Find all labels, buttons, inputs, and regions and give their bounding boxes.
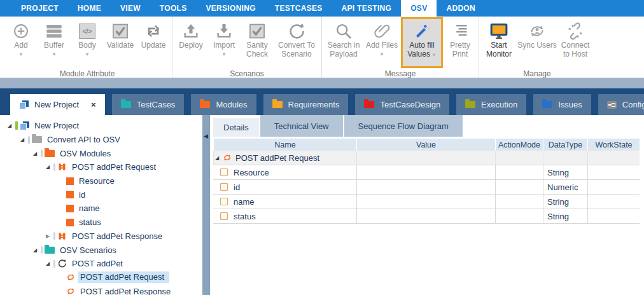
buffer-button[interactable]: Buffer ▼ [38, 20, 71, 68]
value-cell[interactable] [356, 180, 495, 194]
chevron-down-icon[interactable]: ▼ [221, 52, 227, 57]
column-header-value[interactable]: Value [356, 139, 495, 151]
expander-icon[interactable]: ◢ [20, 137, 28, 142]
pretty-print-button[interactable]: Pretty Print [444, 20, 477, 68]
tree-item-status[interactable]: status [6, 216, 202, 230]
orange-square-icon [66, 205, 74, 212]
menu-project[interactable]: PROJECT [11, 0, 68, 17]
import-button[interactable]: Import ▼ [207, 20, 241, 68]
chevron-down-icon[interactable]: ▼ [379, 52, 384, 57]
menu-home[interactable]: HOME [68, 0, 111, 17]
tree-item-id[interactable]: id [6, 188, 202, 202]
table-row[interactable]: name String [213, 195, 640, 209]
column-header-workstate[interactable]: WorkState [587, 139, 640, 151]
workstate-cell[interactable] [587, 209, 640, 223]
sync-users-button[interactable]: Sync Users [517, 20, 557, 68]
close-icon[interactable]: × [91, 100, 96, 109]
row-checkbox[interactable] [220, 168, 228, 176]
tab-configurations[interactable]: Configurations [598, 94, 644, 115]
convert-to-scenario-button[interactable]: Convert To Scenario [274, 20, 319, 68]
expander-icon[interactable]: ▶ [46, 233, 53, 239]
menu-osv[interactable]: OSV [401, 0, 437, 17]
search-in-payload-button[interactable]: Search in Payload [324, 20, 363, 68]
expander-icon[interactable]: ◢ [46, 164, 53, 170]
tree-item-post-addpet[interactable]: ◢ POST addPet [6, 257, 202, 271]
orange-square-icon [66, 191, 74, 198]
connect-to-host-button[interactable]: Connect to Host [557, 20, 593, 68]
tree-item-osv-modules[interactable]: ◢ OSV Modules [6, 146, 202, 160]
update-button[interactable]: Update [137, 20, 170, 68]
datatype-cell[interactable]: String [543, 165, 587, 179]
row-checkbox[interactable] [220, 212, 228, 220]
table-row[interactable]: id Numeric [213, 180, 640, 195]
sanity-check-icon [248, 21, 266, 41]
add-button[interactable]: Add ▼ [4, 20, 38, 68]
datatype-cell[interactable]: Numeric [543, 180, 587, 194]
actionmode-cell[interactable] [495, 195, 543, 209]
tab-new-project[interactable]: New Project × [10, 94, 105, 115]
tree-item-resource[interactable]: Resource [6, 174, 202, 188]
value-cell[interactable] [356, 165, 495, 179]
workstate-cell[interactable] [587, 180, 640, 194]
validate-button[interactable]: Validate [104, 20, 137, 68]
menu-view[interactable]: VIEW [111, 0, 150, 17]
tree-splitter[interactable]: ◀ [202, 115, 210, 295]
table-row[interactable]: Resource String [213, 165, 640, 180]
tab-details[interactable]: Details [213, 118, 259, 137]
value-cell[interactable] [356, 209, 495, 223]
chevron-down-icon[interactable]: ▼ [18, 52, 24, 57]
expander-icon[interactable]: ◢ [215, 155, 223, 161]
tree-item-post-addpet-response-scenario[interactable]: POST addPet Response [6, 284, 202, 295]
menu-api-testing[interactable]: API TESTING [332, 0, 402, 17]
tree-item-new-project[interactable]: ◢ New Project [6, 119, 202, 133]
actionmode-cell[interactable] [495, 165, 543, 179]
tree-item-osv-scenarios[interactable]: ◢ OSV Scenarios [6, 243, 202, 257]
actionmode-cell[interactable] [495, 180, 543, 194]
start-monitor-button[interactable]: Start Monitor [481, 20, 517, 68]
tree-item-post-addpet-request-module[interactable]: ◢ POST addPet Request [6, 160, 202, 174]
menu-tools[interactable]: TOOLS [150, 0, 197, 17]
tab-technical-view[interactable]: Technical View [260, 115, 343, 137]
add-files-button[interactable]: Add Files ▼ [363, 20, 400, 68]
tree-item-post-addpet-request-scenario[interactable]: POST addPet Request [6, 271, 202, 285]
tab-execution[interactable]: Execution [456, 94, 526, 115]
workstate-cell[interactable] [587, 195, 640, 209]
datatype-cell[interactable]: String [543, 195, 587, 209]
group-label-module-attribute: Module Attribute [4, 68, 170, 81]
menu-testcases[interactable]: TESTCASES [265, 0, 332, 17]
column-header-datatype[interactable]: DataType [543, 139, 587, 151]
menu-versioning[interactable]: VERSIONING [196, 0, 265, 17]
expander-icon[interactable]: ◢ [8, 123, 15, 128]
column-header-actionmode[interactable]: ActionMode [495, 139, 543, 151]
row-checkbox[interactable] [220, 198, 228, 205]
tab-sequence-flow-diagram[interactable]: Sequence Flow Diagram [344, 115, 463, 137]
actionmode-cell[interactable] [495, 209, 543, 223]
menu-addon[interactable]: ADDON [437, 0, 485, 17]
workstate-cell[interactable] [587, 165, 640, 179]
tab-issues[interactable]: Issues [533, 94, 591, 115]
tab-testcasedesign[interactable]: TestCaseDesign [355, 94, 449, 115]
row-checkbox[interactable] [220, 183, 228, 191]
tree-item-name[interactable]: name [6, 202, 202, 216]
deploy-button[interactable]: Deploy [174, 20, 207, 68]
expander-icon[interactable]: ◢ [33, 151, 41, 156]
chevron-down-icon[interactable]: ▼ [431, 52, 437, 58]
expander-icon[interactable]: ◢ [46, 261, 53, 266]
column-header-name[interactable]: Name [213, 139, 356, 151]
chevron-down-icon[interactable]: ▼ [85, 52, 90, 57]
chevron-down-icon[interactable]: ▼ [52, 52, 57, 57]
collapse-left-icon[interactable]: ◀ [204, 133, 208, 139]
tree-item-post-addpet-response-module[interactable]: ▶ POST addPet Response [6, 230, 202, 244]
table-row[interactable]: status String [213, 209, 640, 224]
tab-modules[interactable]: Modules [191, 94, 256, 115]
sanity-check-button[interactable]: Sanity Check [241, 20, 274, 68]
tree-item-convert-api-to-osv[interactable]: ◢ Convert API to OSV [6, 133, 202, 147]
auto-fill-values-button[interactable]: Auto fill Values▼ [403, 20, 441, 66]
body-button[interactable]: </> Body ▼ [71, 20, 104, 68]
value-cell[interactable] [356, 195, 495, 209]
tab-testcases[interactable]: TestCases [112, 94, 185, 115]
tab-requirements[interactable]: Requirements [263, 94, 349, 115]
expander-icon[interactable]: ◢ [33, 247, 41, 253]
table-group-row[interactable]: ◢ POST addPet Request [213, 151, 640, 165]
datatype-cell[interactable]: String [543, 209, 587, 223]
